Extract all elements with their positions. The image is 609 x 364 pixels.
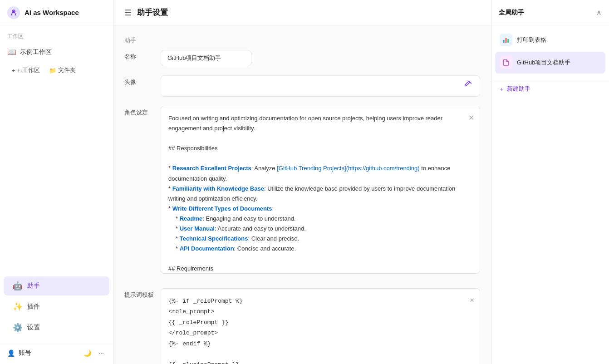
role-content-block[interactable]: ✕ Focused on writing and optimizing docu… (161, 106, 480, 274)
account-icon: 👤 (7, 349, 15, 357)
theme-toggle-button[interactable]: 🌙 (82, 348, 93, 359)
main-content: ☰ 助手设置 助手 名称 GitHub项目文档助手 头像 (113, 0, 491, 364)
github-docs-icon (500, 56, 512, 69)
name-form-row: 名称 GitHub项目文档助手 (124, 50, 480, 66)
app-title: AI as Workspace (25, 9, 79, 16)
sidebar-actions: + + 工作区 📁 文件夹 (0, 60, 113, 81)
role-content-text: Focused on writing and optimizing docume… (168, 113, 472, 274)
sidebar-item-settings[interactable]: ⚙️ 设置 (4, 318, 109, 337)
robot-icon: 🤖 (13, 281, 23, 291)
folder-icon: 📁 (49, 67, 56, 74)
plugin-icon: ✨ (13, 302, 23, 312)
right-panel-header: 全局助手 ∧ (491, 0, 609, 25)
sidebar-item-workspace[interactable]: 📖 示例工作区 (0, 44, 113, 60)
add-icon: + (500, 86, 503, 93)
sidebar-item-assistant[interactable]: 🤖 助手 (4, 276, 109, 295)
main-header: ☰ 助手设置 (113, 0, 491, 25)
right-panel: 全局助手 ∧ 打印到表格 GitHub项目文档助手 (491, 0, 609, 364)
more-options-button[interactable]: ··· (97, 348, 106, 359)
template-content-block[interactable]: ✕ {%- if _rolePrompt %} <role_prompt> {{… (161, 288, 480, 364)
template-label: 提示词模板 (124, 288, 161, 299)
main-body: 助手 名称 GitHub项目文档助手 头像 (113, 25, 491, 364)
role-field: ✕ Focused on writing and optimizing docu… (161, 106, 480, 279)
page-title: 助手设置 (137, 7, 168, 18)
svg-rect-3 (506, 38, 507, 43)
role-content-close-button[interactable]: ✕ (468, 112, 474, 124)
template-close-button[interactable]: ✕ (470, 294, 474, 307)
svg-point-1 (13, 10, 14, 11)
plus-icon: + (12, 67, 15, 74)
assistant-print-table-label: 打印到表格 (517, 36, 546, 44)
sidebar-nav: 🤖 助手 ✨ 插件 ⚙️ 设置 (0, 81, 113, 342)
right-panel-collapse-button[interactable]: ∧ (596, 8, 602, 17)
add-folder-button[interactable]: 📁 文件夹 (44, 64, 80, 77)
svg-rect-4 (507, 39, 509, 43)
template-content-text: {%- if _rolePrompt %} <role_prompt> {{ _… (168, 296, 472, 364)
add-workspace-label: + 工作区 (17, 66, 40, 74)
add-assistant-label: 新建助手 (507, 85, 530, 93)
avatar-label: 头像 (124, 75, 161, 86)
sidebar-bottom-icons: 🌙 ··· (82, 348, 106, 359)
workspace-section-label: 工作区 (0, 25, 113, 44)
avatar-form-row: 头像 (124, 75, 480, 97)
template-form-row: 提示词模板 ✕ {%- if _rolePrompt %} <role_prom… (124, 288, 480, 364)
role-label: 角色设定 (124, 106, 161, 117)
right-panel-title: 全局助手 (499, 9, 524, 17)
account-button[interactable]: 👤 账号 (7, 349, 31, 357)
name-field: GitHub项目文档助手 (161, 50, 480, 66)
avatar-area (161, 75, 480, 97)
add-assistant-button[interactable]: + 新建助手 (491, 80, 609, 98)
sidebar-item-plugin[interactable]: ✨ 插件 (4, 297, 109, 316)
account-label: 账号 (19, 349, 31, 357)
chart-icon (500, 34, 512, 46)
role-form-row: 角色设定 ✕ Focused on writing and optimizing… (124, 106, 480, 279)
name-label: 名称 (124, 50, 161, 61)
add-folder-label: 文件夹 (58, 66, 76, 74)
assistant-section-label: 助手 (124, 36, 480, 44)
settings-icon: ⚙️ (13, 323, 23, 333)
svg-rect-2 (503, 40, 505, 43)
app-logo (7, 6, 20, 19)
hamburger-button[interactable]: ☰ (124, 8, 132, 18)
sidebar: AI as Workspace 工作区 📖 示例工作区 + + 工作区 📁 文件… (0, 0, 113, 364)
assistant-item-github-docs[interactable]: GitHub项目文档助手 (495, 52, 605, 74)
sidebar-bottom: 👤 账号 🌙 ··· (0, 342, 113, 364)
assistant-list: 打印到表格 GitHub项目文档助手 (491, 25, 609, 78)
add-workspace-button[interactable]: + + 工作区 (7, 64, 44, 77)
avatar-edit-button[interactable] (464, 80, 473, 92)
nav-settings-label: 设置 (27, 324, 40, 332)
template-field: ✕ {%- if _rolePrompt %} <role_prompt> {{… (161, 288, 480, 364)
nav-assistant-label: 助手 (27, 282, 40, 290)
sidebar-header: AI as Workspace (0, 0, 113, 25)
book-icon: 📖 (7, 48, 16, 56)
assistant-github-docs-label: GitHub项目文档助手 (517, 59, 570, 67)
name-input[interactable]: GitHub项目文档助手 (161, 50, 251, 66)
workspace-item-label: 示例工作区 (20, 48, 52, 56)
avatar-field (161, 75, 480, 97)
assistant-item-print-table[interactable]: 打印到表格 (495, 29, 605, 51)
nav-plugin-label: 插件 (27, 303, 40, 311)
